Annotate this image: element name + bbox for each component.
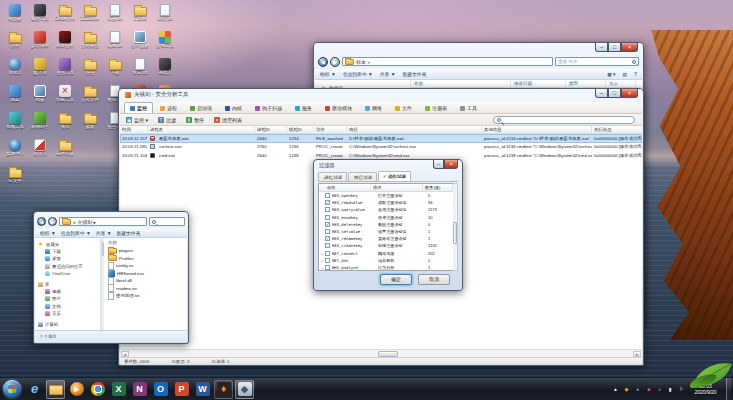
toolbar-button[interactable]: T 过滤 — [158, 117, 176, 123]
main-tab[interactable]: 进程 — [154, 102, 183, 113]
tray-icon[interactable]: ▮ — [667, 385, 674, 393]
main-tab[interactable]: 内核 — [219, 102, 248, 113]
column-time[interactable]: 时间 — [120, 126, 148, 133]
taskbar-app[interactable]: X — [109, 380, 128, 399]
column-description[interactable]: 描述 — [371, 184, 423, 191]
dialog-tab[interactable]: 路径过滤 — [348, 172, 377, 181]
desktop-icon[interactable]: 资料 — [3, 30, 27, 57]
explorer-window-front[interactable]: ◀ ▶ « 火绒剑 ▸ 组织 ▼ 包含到库中 ▼ 共享 ▼ 新建文件夹 ★ — [33, 211, 189, 344]
desktop-icon[interactable]: 说明.txt — [153, 3, 177, 30]
minimize-button[interactable]: – — [595, 43, 608, 52]
address-bar[interactable]: 样本 ▸ — [342, 57, 553, 66]
horizontal-scrollbar[interactable]: ◂ ▸ — [120, 349, 642, 357]
desktop-icon[interactable]: 笔记.txt — [128, 57, 152, 84]
checkbox[interactable] — [325, 258, 330, 263]
back-button[interactable]: ◀ — [37, 217, 46, 226]
main-tab[interactable]: 服务 — [289, 102, 318, 113]
desktop-icon[interactable]: 清单.txt — [103, 30, 127, 57]
taskbar-app[interactable] — [88, 380, 107, 399]
desktop-icon[interactable]: 下载 — [103, 57, 127, 84]
desktop-icon[interactable]: 记录.txt — [103, 3, 127, 30]
tray-icon[interactable]: ♪ — [656, 385, 663, 393]
start-button[interactable] — [3, 380, 21, 398]
file-row[interactable]: Profiles — [104, 255, 187, 263]
views-button[interactable]: ▦ ▾ — [607, 72, 615, 77]
column-action[interactable]: 动作 — [319, 184, 371, 191]
desktop-icon[interactable]: 旧文件 — [3, 165, 27, 192]
desktop-icon[interactable]: 图片素材 — [128, 30, 152, 57]
desktop-icon[interactable]: Office文档 — [53, 3, 77, 30]
taskbar-app[interactable]: O — [151, 380, 170, 399]
share-menu[interactable]: 共享 ▼ — [96, 230, 112, 236]
checkbox[interactable] — [325, 215, 330, 220]
nav-item[interactable]: 视频 — [35, 288, 100, 295]
column-date[interactable]: 修改日期 — [511, 80, 566, 87]
filter-row[interactable]: + NET_connect 网络连接 202 — [319, 250, 457, 257]
nav-item[interactable]: 音乐 — [35, 310, 100, 317]
taskbar-app[interactable]: ▸ — [67, 380, 86, 399]
toolbar-button[interactable]: ▣ 监控 ▾ — [126, 117, 148, 123]
back-button[interactable]: ◀ — [318, 57, 328, 67]
file-row[interactable]: libcef.dll — [104, 277, 187, 285]
desktop-icon[interactable]: 网盘 — [3, 84, 27, 111]
file-row[interactable]: 使用说明.txt — [104, 292, 187, 300]
share-menu[interactable]: 共享 ▼ — [380, 71, 396, 77]
tray-icon[interactable]: ■ — [645, 385, 652, 393]
desktop-icon[interactable]: 备忘录 — [3, 3, 27, 30]
desktop-icon[interactable]: 截图工具 — [28, 3, 52, 30]
checkbox[interactable]: ✓ — [325, 222, 330, 227]
scrollbar-thumb[interactable] — [453, 222, 457, 244]
address-bar[interactable]: « 火绒剑 ▸ — [59, 217, 147, 226]
cancel-button[interactable]: 取消 — [418, 274, 450, 285]
scroll-right-arrow[interactable]: ▸ — [633, 351, 641, 357]
tray-icon[interactable]: ⚐ — [678, 385, 685, 393]
column-name[interactable]: 名称 — [104, 240, 187, 247]
maximize-button[interactable]: □ — [608, 43, 621, 52]
column-process[interactable]: 进程名 — [148, 126, 255, 133]
taskbar-app[interactable]: W — [193, 380, 212, 399]
checkbox[interactable] — [325, 243, 330, 248]
minimize-button[interactable]: – — [433, 160, 444, 169]
include-in-library-menu[interactable]: 包含到库中 ▼ — [61, 230, 91, 236]
tray-icon[interactable]: ● — [634, 385, 641, 393]
desktop-icon[interactable]: 相册 — [28, 84, 52, 111]
checkbox[interactable] — [325, 207, 330, 212]
search-box[interactable] — [149, 217, 185, 226]
column-count[interactable]: 数量(条) — [423, 184, 453, 191]
ok-button[interactable]: 确定 — [380, 274, 412, 285]
filter-search-input[interactable] — [493, 116, 635, 124]
main-tab[interactable]: 钩子扫描 — [249, 102, 288, 113]
column-action[interactable]: 动作 — [314, 126, 347, 133]
taskbar-app[interactable]: e — [25, 380, 44, 399]
desktop-icon[interactable]: 表格助手 — [28, 111, 52, 138]
taskbar-app[interactable] — [46, 380, 65, 399]
leaf-widget[interactable] — [686, 361, 733, 389]
desktop-icon[interactable]: 项目 — [53, 111, 77, 138]
main-tab[interactable]: 网络 — [359, 102, 388, 113]
file-row[interactable]: HRSword.exe — [104, 270, 187, 278]
nav-item[interactable]: 文档 — [35, 303, 100, 310]
toolbar-button[interactable]: × 清空列表 — [214, 117, 242, 123]
column-tid[interactable]: 线程ID — [287, 126, 314, 133]
scrollbar-thumb[interactable] — [378, 351, 398, 357]
filter-row[interactable]: ✓ REG_readvalue 读取注册表键值 94 — [319, 199, 457, 206]
nav-item[interactable]: OneDrive — [35, 270, 100, 277]
filter-dialog[interactable]: 过滤器 – × 进程过滤 路径过滤 ✓ 动作过滤 — [313, 159, 463, 291]
filter-row[interactable]: REG_createkey 创建注册表键 1132 — [319, 242, 457, 249]
desktop-icon[interactable]: 样本分析 — [53, 30, 77, 57]
forward-button[interactable]: ▶ — [48, 217, 57, 226]
desktop-icon[interactable]: 逆向工具 — [53, 57, 77, 84]
checkbox[interactable] — [325, 251, 330, 256]
nav-item[interactable]: 库 — [35, 281, 100, 288]
nav-item[interactable]: ★ 收藏夹 — [35, 241, 100, 248]
column-type[interactable]: 类型 — [566, 80, 606, 87]
forward-button[interactable]: ▶ — [330, 57, 340, 67]
desktop-icon[interactable]: 2020样本 — [78, 3, 102, 30]
dialog-tab[interactable]: ✓ 动作过滤 — [378, 171, 411, 181]
scroll-left-arrow[interactable]: ◂ — [121, 351, 129, 357]
taskbar-app[interactable]: ♦ — [214, 380, 233, 399]
desktop-icon[interactable]: 媒体中心 — [3, 138, 27, 165]
event-row[interactable]: 20:03:21.095 svchost.exe 2760 1236 PROC_… — [120, 143, 642, 152]
nav-item[interactable]: 下载 — [35, 248, 100, 255]
desktop-icon[interactable]: 备份 — [78, 57, 102, 84]
